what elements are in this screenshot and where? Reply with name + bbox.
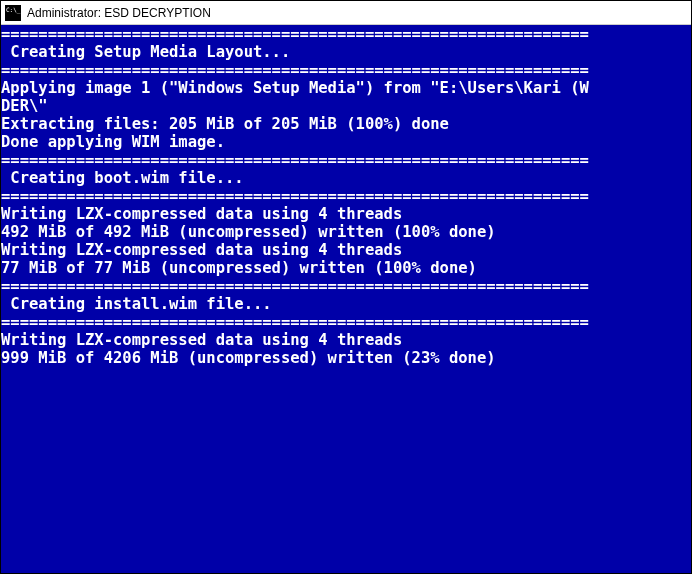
console-line: ========================================…	[1, 187, 691, 205]
console-line: Creating boot.wim file...	[1, 169, 691, 187]
console-line: 999 MiB of 4206 MiB (uncompressed) writt…	[1, 349, 691, 367]
console-output: ========================================…	[1, 25, 691, 573]
cmd-icon	[5, 5, 21, 21]
titlebar[interactable]: Administrator: ESD DECRYPTION	[1, 1, 691, 25]
console-line: 77 MiB of 77 MiB (uncompressed) written …	[1, 259, 691, 277]
console-line: DER\"	[1, 97, 691, 115]
console-line: Writing LZX-compressed data using 4 thre…	[1, 205, 691, 223]
window-title: Administrator: ESD DECRYPTION	[27, 6, 211, 20]
console-line: Creating Setup Media Layout...	[1, 43, 691, 61]
console-line: ========================================…	[1, 277, 691, 295]
console-line: ========================================…	[1, 61, 691, 79]
console-line: Writing LZX-compressed data using 4 thre…	[1, 331, 691, 349]
console-line: ========================================…	[1, 313, 691, 331]
console-line: 492 MiB of 492 MiB (uncompressed) writte…	[1, 223, 691, 241]
console-line: ========================================…	[1, 151, 691, 169]
console-line: ========================================…	[1, 25, 691, 43]
console-line: Applying image 1 ("Windows Setup Media")…	[1, 79, 691, 97]
console-line: Done applying WIM image.	[1, 133, 691, 151]
cmd-window: Administrator: ESD DECRYPTION ==========…	[0, 0, 692, 574]
console-line: Writing LZX-compressed data using 4 thre…	[1, 241, 691, 259]
console-line: Creating install.wim file...	[1, 295, 691, 313]
console-line: Extracting files: 205 MiB of 205 MiB (10…	[1, 115, 691, 133]
